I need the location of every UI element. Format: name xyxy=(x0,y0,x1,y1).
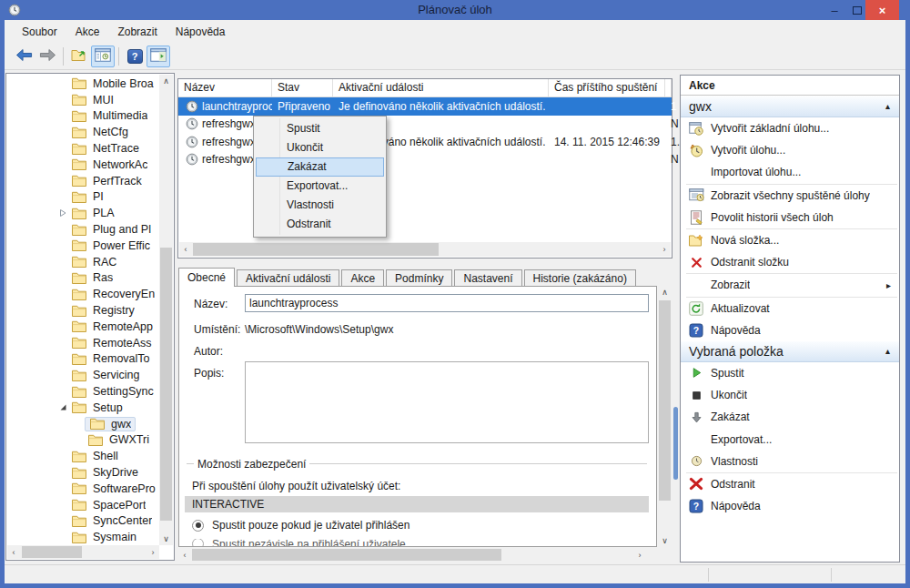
tree-item-shell[interactable]: Shell xyxy=(7,448,160,464)
tab-akce[interactable]: Akce xyxy=(341,269,384,287)
tree-vertical-scrollbar[interactable]: ∧ ∨ xyxy=(159,75,173,545)
action-pane-toggle-button[interactable] xyxy=(147,46,170,67)
context-menu-item-vlastnosti[interactable]: Vlastnosti xyxy=(256,196,384,215)
tree-item-gwx[interactable]: gwx xyxy=(7,416,160,432)
scroll-right-icon[interactable]: › xyxy=(633,548,646,562)
detail-vertical-scrollbar[interactable]: ∧ ∨ xyxy=(658,286,672,547)
radio-run-whether-logged[interactable]: Spustit nezávisle na přihlášení uživatel… xyxy=(192,539,406,547)
action-item-n-pov-da[interactable]: ?Nápověda xyxy=(681,495,899,517)
menu-soubor[interactable]: Soubor xyxy=(14,23,66,41)
scroll-down-icon[interactable]: ∨ xyxy=(159,532,173,545)
action-item-aktualizovat[interactable]: Aktualizovat xyxy=(681,298,899,319)
tree-item-mobile-broa[interactable]: Mobile Broa xyxy=(7,76,160,92)
column-header-as-p-t-ho-spu-t-n[interactable]: Čas příštího spuštění xyxy=(549,79,665,96)
action-item-odstranit[interactable]: Odstranit xyxy=(681,473,899,495)
action-section-header-vybran-polo-ka[interactable]: Vybraná položka▴ xyxy=(681,341,899,362)
action-item-ukon-it[interactable]: Ukončit xyxy=(681,384,899,406)
scroll-up-icon[interactable]: ∧ xyxy=(159,75,173,87)
detail-horizontal-scrollbar[interactable]: ‹ › xyxy=(178,548,646,562)
action-item-vytvo-it-lohu[interactable]: Vytvořit úlohu... xyxy=(681,139,899,161)
scroll-up-icon[interactable]: ∧ xyxy=(658,286,672,299)
action-item-exportovat[interactable]: Exportovat... xyxy=(681,428,899,450)
action-item-vytvo-it-z-kladn-lohu[interactable]: Vytvořit základní úlohu... xyxy=(681,117,899,139)
list-horizontal-scrollbar[interactable]: ‹ › xyxy=(179,242,671,257)
close-button[interactable]: × xyxy=(865,0,899,20)
tree-item-spaceport[interactable]: SpacePort xyxy=(7,497,160,513)
tree-item-sysmain[interactable]: Sysmain xyxy=(7,529,160,545)
context-menu-item-zak-zat[interactable]: Zakázat xyxy=(256,157,384,177)
tree-item-settingsync[interactable]: SettingSync xyxy=(7,383,160,400)
menu-akce[interactable]: Akce xyxy=(67,23,108,41)
tree-item-setup[interactable]: Setup xyxy=(7,400,160,416)
tree-hscroll-thumb[interactable] xyxy=(22,546,82,558)
tree-item-power-effic[interactable]: Power Effic xyxy=(7,238,160,254)
tree-item-pi[interactable]: PI xyxy=(7,189,160,206)
tree-item-removalto[interactable]: RemovalTo xyxy=(7,351,160,368)
tab-podm-nky[interactable]: Podmínky xyxy=(386,269,452,287)
collapse-chevron-icon[interactable]: ▴ xyxy=(885,101,890,111)
radio-run-logged-on[interactable]: Spustit pouze pokud je uživatel přihláše… xyxy=(192,519,410,532)
tree-item-remoteapp[interactable]: RemoteApp xyxy=(7,319,160,335)
tree-item-ras[interactable]: Ras xyxy=(7,270,160,287)
tree-item-pla[interactable]: PLA xyxy=(7,205,160,221)
tree-item-mui[interactable]: MUI xyxy=(7,92,160,108)
collapse-chevron-icon[interactable]: ▴ xyxy=(885,346,890,356)
column-header-stav[interactable]: Stav xyxy=(272,79,333,96)
help-button[interactable]: ? xyxy=(123,46,147,67)
scroll-right-icon[interactable]: › xyxy=(658,242,671,257)
detail-hscroll-thumb[interactable] xyxy=(192,549,501,561)
task-row-launchtrayprocess[interactable]: launchtrayprocessPřipravenoJe definováno… xyxy=(178,97,672,116)
column-header-n-zev[interactable]: Název xyxy=(178,79,272,96)
action-item-zak-zat[interactable]: Zakázat xyxy=(681,406,899,428)
action-item-zobrazit[interactable]: Zobrazit▸ xyxy=(681,274,899,296)
forward-button[interactable] xyxy=(35,46,59,67)
action-item-vlastnosti[interactable]: Vlastnosti xyxy=(681,451,899,472)
scroll-left-icon[interactable]: ‹ xyxy=(179,242,192,257)
context-menu-item-odstranit[interactable]: Odstranit xyxy=(256,215,384,234)
tree-item-plug-and-pl[interactable]: Plug and Pl xyxy=(7,221,160,238)
tree-item-gwxtri[interactable]: GWXTri xyxy=(7,432,160,449)
tree-vscroll-thumb[interactable] xyxy=(160,248,172,521)
tab-historie-zak-z-no[interactable]: Historie (zakázáno) xyxy=(524,269,636,287)
tree-item-synccenter[interactable]: SyncCenter xyxy=(7,513,160,530)
scroll-left-icon[interactable]: ‹ xyxy=(7,545,20,559)
tree-item-recoveryen[interactable]: RecoveryEn xyxy=(7,286,160,302)
action-section-header-gwx[interactable]: gwx▴ xyxy=(681,96,899,117)
tree-item-servicing[interactable]: Servicing xyxy=(7,367,160,383)
tree-horizontal-scrollbar[interactable]: ‹ › xyxy=(7,545,159,559)
context-menu-item-exportovat[interactable]: Exportovat... xyxy=(256,177,384,196)
description-textarea[interactable] xyxy=(245,361,649,443)
tree-item-registry[interactable]: Registry xyxy=(7,302,160,319)
tree-item-skydrive[interactable]: SkyDrive xyxy=(7,464,160,481)
tree-item-perftrack[interactable]: PerfTrack xyxy=(7,173,160,189)
back-button[interactable] xyxy=(12,46,35,67)
action-pane-scroll-thumb[interactable] xyxy=(673,407,678,480)
context-menu-item-ukon-it[interactable]: Ukončit xyxy=(256,138,384,157)
column-header-aktiva-n-ud-losti[interactable]: Aktivační události xyxy=(333,79,549,96)
menu-zobrazit[interactable]: Zobrazit xyxy=(109,23,165,41)
action-item-importovat-lohu[interactable]: Importovat úlohu... xyxy=(681,161,899,183)
action-item-povolit-historii-v-ech-loh[interactable]: Povolit historii všech úloh xyxy=(681,207,899,228)
title-bar[interactable]: Plánovač úloh – × xyxy=(0,0,910,20)
action-item-zobrazit-v-echny-spu-t-n-lohy[interactable]: Zobrazit všechny spuštěné úlohy xyxy=(681,185,899,207)
action-item-n-pov-da[interactable]: ?Nápověda xyxy=(681,319,899,341)
tree-item-softwarepro[interactable]: SoftwarePro xyxy=(7,481,160,497)
expander-collapsed-icon[interactable] xyxy=(59,208,68,218)
list-hscroll-thumb[interactable] xyxy=(193,243,439,256)
action-item-spustit[interactable]: Spustit xyxy=(681,362,899,384)
expander-expanded-icon[interactable] xyxy=(59,403,68,411)
tab-obecn[interactable]: Obecné xyxy=(178,268,235,287)
scroll-right-icon[interactable]: › xyxy=(147,545,159,559)
tree-item-remoteass[interactable]: RemoteAss xyxy=(7,335,160,351)
minimize-button[interactable]: – xyxy=(824,0,845,20)
export-button[interactable] xyxy=(67,46,91,67)
scroll-left-icon[interactable]: ‹ xyxy=(178,548,191,562)
tree-item-netcfg[interactable]: NetCfg xyxy=(7,124,160,140)
menu-n-pov-da[interactable]: Nápověda xyxy=(167,23,234,41)
tree-item-rac[interactable]: RAC xyxy=(7,254,160,270)
action-item-nov-slo-ka[interactable]: Nová složka... xyxy=(681,229,899,251)
detail-vscroll-thumb[interactable] xyxy=(659,300,671,501)
context-menu-item-spustit[interactable]: Spustit xyxy=(256,119,384,138)
tab-nastaven[interactable]: Nastavení xyxy=(454,269,521,287)
action-item-odstranit-slo-ku[interactable]: Odstranit složku xyxy=(681,251,899,273)
